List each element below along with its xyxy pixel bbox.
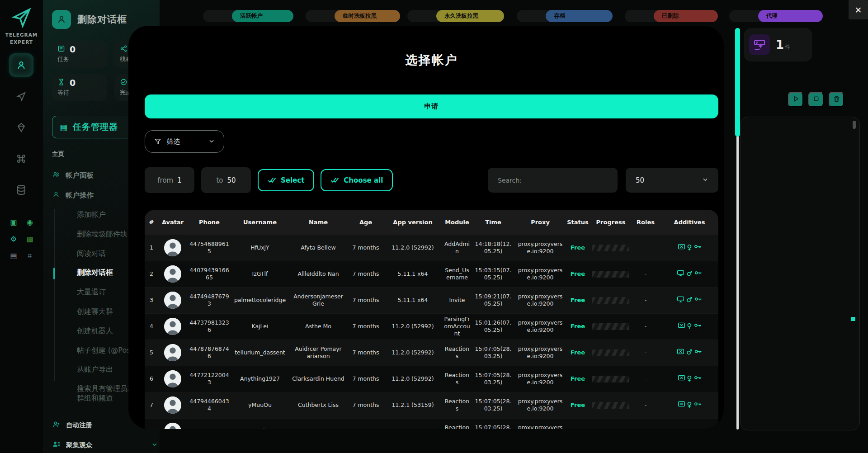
time-cell: 15:07:05(28.03.25) xyxy=(472,392,514,418)
table-row[interactable]: 6447721220043Anything1927Clarksardin Hue… xyxy=(145,366,718,392)
phone-cell: 4407943916665 xyxy=(187,261,231,287)
female-icon: ♀ xyxy=(687,401,692,409)
monitor-mini-icon[interactable]: ▣ xyxy=(10,218,17,226)
table-row[interactable]: 24407943916665IzGTlfAllleIddlto Nan7 mon… xyxy=(145,261,718,287)
status-badge[interactable]: 活跃帐户 xyxy=(232,10,293,22)
status-badge[interactable]: 永久洗板拉黑 xyxy=(436,10,504,22)
additives-cell: ♂ xyxy=(659,287,718,313)
sidebar-subitem-label: 从账户导出 xyxy=(77,365,113,373)
gear-mini-icon[interactable]: ⚙ xyxy=(10,235,17,243)
table-row[interactable]: 1447546889615HfUxjYAfyta Bellew7 months1… xyxy=(145,235,718,261)
time-cell: 15:07:05(28.03.25) xyxy=(472,366,514,392)
status-badge[interactable]: 存档 xyxy=(546,10,613,22)
column-header: Additives xyxy=(659,210,718,235)
task-manager-icon: ▦ xyxy=(60,123,67,132)
grid-mini-icon[interactable]: ▦ xyxy=(26,235,33,243)
panel-scrollbar-thumb[interactable] xyxy=(853,121,856,129)
modal-scrollbar-thumb[interactable] xyxy=(735,28,740,137)
name-cell: Cuthbertx Liss xyxy=(288,392,348,418)
phone-cell: 447878768746 xyxy=(187,340,231,366)
stop-button[interactable] xyxy=(808,92,824,107)
close-icon[interactable]: ✕ xyxy=(849,0,868,19)
box-x-icon xyxy=(678,322,685,330)
apply-button[interactable]: 申请 xyxy=(145,94,718,118)
choose-all-button[interactable]: Choose all xyxy=(321,169,393,191)
time-cell: 15:07:05(28.03.25) xyxy=(472,418,514,429)
additives-icons: ♀ xyxy=(660,401,718,409)
sidebar-subitem-label: 创建机器人 xyxy=(77,326,113,335)
table-row[interactable]: 4447379813236KajLeiAsthe Mo7 months11.2.… xyxy=(145,313,718,340)
rail-send-icon[interactable] xyxy=(9,85,33,108)
status-badge-label: 临时洗板拉黑 xyxy=(343,12,377,20)
status-cell: Free xyxy=(566,313,590,340)
sidebar-section-home: 主页 xyxy=(52,150,64,158)
row-number: 2 xyxy=(145,261,158,287)
avatar-cell xyxy=(158,313,187,340)
phone-cell: 447546889615 xyxy=(187,235,231,261)
box-x-icon xyxy=(678,401,685,409)
status-cell: Free xyxy=(566,235,590,261)
delete-button[interactable] xyxy=(829,92,844,107)
additives-cell xyxy=(659,418,718,429)
age-cell: 7 months xyxy=(348,340,383,366)
app-version-cell: 11.2.1 (53159) xyxy=(383,392,442,418)
additives-icons: ♀ xyxy=(660,374,718,383)
female-icon: ♀ xyxy=(687,244,692,251)
key-icon xyxy=(694,243,702,252)
stat-card-任务: 0任务 xyxy=(52,41,107,68)
phone-cell: 447721220043 xyxy=(187,366,231,392)
proxy-server-icon xyxy=(749,34,770,55)
module-cell: AddAdmin xyxy=(442,235,472,261)
app-version-cell: 11.2.0 (52992) xyxy=(383,313,442,340)
search-input[interactable] xyxy=(488,177,618,184)
rail-gem-icon[interactable] xyxy=(9,116,33,139)
progress-cell xyxy=(590,340,632,366)
rail-database-icon[interactable] xyxy=(9,178,33,202)
filter-button[interactable]: 筛选 xyxy=(145,130,224,153)
sidebar-item-label: 帐户操作 xyxy=(66,191,94,200)
table-row[interactable]: 3447494876793palmettocoleridgeAndersonja… xyxy=(145,287,718,313)
username-cell: unsaturationama xyxy=(231,418,288,429)
progress-cell xyxy=(590,287,632,313)
doc-mini-icon[interactable]: ▤ xyxy=(10,251,17,260)
avatar-cell xyxy=(158,392,187,418)
person-mini-icon[interactable]: ◉ xyxy=(27,218,33,226)
module-cell: Reactions xyxy=(442,392,472,418)
start-button[interactable] xyxy=(788,92,803,107)
row-number: 1 xyxy=(145,235,158,261)
status-badge[interactable]: 临时洗板拉黑 xyxy=(335,10,400,22)
status-badge[interactable]: 已删除 xyxy=(654,10,718,22)
page-size-value: 50 xyxy=(636,176,644,184)
range-from-input[interactable]: from 1 xyxy=(145,167,194,193)
select-button[interactable]: Select xyxy=(258,169,314,191)
age-cell xyxy=(348,418,383,429)
play-icon xyxy=(792,95,800,104)
modal-scrollbar-track[interactable] xyxy=(736,136,739,429)
name-cell: Asthe Mo xyxy=(288,313,348,340)
from-value: 1 xyxy=(177,176,182,184)
table-row[interactable]: 7447944660434yMuuOuCuthbertx Liss7 month… xyxy=(145,392,718,418)
select-account-modal: 选择帐户 申请 筛选 from 1 to 50 Select Choose al… xyxy=(128,26,724,429)
table-row[interactable]: 5447878768746tellurium_dassentAuidrcer P… xyxy=(145,340,718,366)
page-size-select[interactable]: 50 xyxy=(626,168,718,193)
nodes-mini-icon[interactable]: ⌗ xyxy=(28,251,32,260)
rail-command-icon[interactable] xyxy=(9,147,33,170)
proxy-count-card: 1件 xyxy=(744,28,812,61)
status-badge[interactable]: 代理 xyxy=(758,10,823,22)
module-cell: Reactions xyxy=(442,340,472,366)
age-cell: 7 months xyxy=(348,392,383,418)
table-row[interactable]: 44744650553unsaturationamaReactions15:07… xyxy=(145,418,718,429)
app-version-cell xyxy=(383,418,442,429)
roles-cell: - xyxy=(632,313,659,340)
proxy-cell: proxy.proxyverse.io:9200 xyxy=(514,235,566,261)
brand-line2: EXPERT xyxy=(0,39,43,46)
female-icon: ♀ xyxy=(687,375,692,382)
sidebar-item[interactable]: 聚集观众 xyxy=(52,435,160,453)
avatar xyxy=(164,292,181,309)
username-cell: palmettocoleridge xyxy=(231,287,288,313)
range-to-input[interactable]: to 50 xyxy=(201,167,251,193)
rail-user-icon[interactable] xyxy=(9,53,33,77)
name-cell: Auidrcer Pomayr ariarson xyxy=(288,340,348,366)
sidebar-subitem-label: 创建聊天群 xyxy=(77,307,113,316)
column-header: Module xyxy=(442,210,472,235)
